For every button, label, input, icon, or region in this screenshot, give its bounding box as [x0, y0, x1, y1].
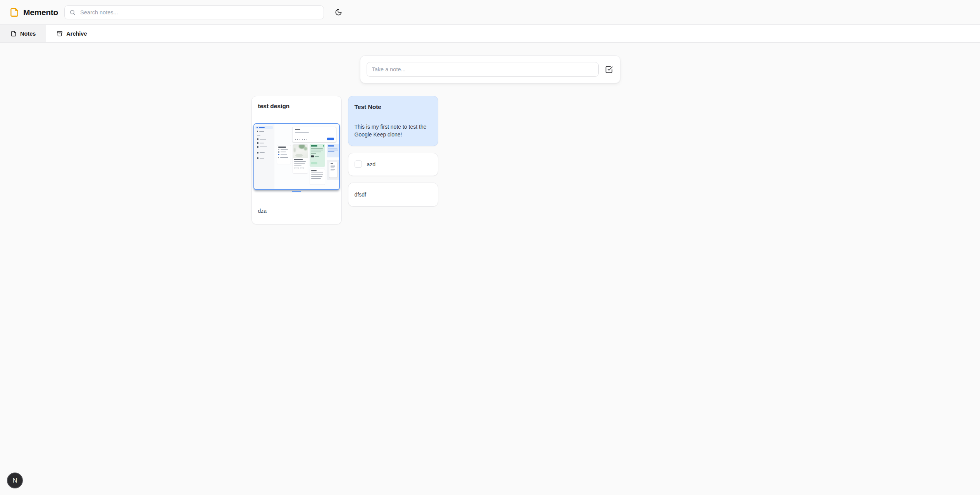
tab-notes[interactable]: Notes	[0, 25, 46, 42]
note-card-dfsdf[interactable]: dfsdf	[348, 183, 438, 207]
checklist-checkbox[interactable]	[355, 160, 362, 168]
composer-section	[0, 55, 980, 83]
sticky-note-icon	[9, 7, 19, 17]
thumbnail-app-window	[253, 123, 340, 190]
grid-column-1: test design	[251, 96, 342, 224]
checklist-item-text: azd	[367, 160, 376, 168]
tab-archive[interactable]: Archive	[46, 25, 97, 42]
note-body: dza	[252, 205, 341, 224]
check-square-icon	[605, 66, 613, 74]
thumb-card-blue	[327, 144, 340, 157]
app-title: Memento	[23, 8, 58, 17]
thumbnail-main-area	[274, 124, 339, 189]
thumb-line	[255, 126, 273, 129]
tab-notes-label: Notes	[20, 31, 36, 37]
note-title: Test Note	[355, 103, 432, 110]
thumb-line	[256, 130, 272, 133]
note-composer[interactable]	[360, 55, 620, 83]
search-input[interactable]	[79, 9, 319, 16]
note-card-azd[interactable]: azd	[348, 153, 438, 176]
theme-toggle-button[interactable]	[332, 6, 345, 19]
archive-icon	[57, 31, 63, 37]
thumb-line	[256, 157, 272, 160]
thumb-card-photo	[293, 144, 308, 174]
thumb-card-gray	[327, 160, 340, 180]
brand: Memento	[9, 7, 58, 17]
note-header: test design	[252, 96, 341, 110]
thumbnail-sidebar	[254, 124, 274, 189]
tab-archive-label: Archive	[66, 31, 87, 37]
note-title: test design	[258, 102, 335, 110]
thumb-button	[327, 138, 334, 140]
thumb-line	[256, 151, 272, 154]
thumb-card-idea	[310, 169, 325, 185]
app-header: Memento	[0, 0, 980, 25]
note-body-text: dfsdf	[355, 191, 366, 198]
avatar-initial: N	[13, 477, 17, 484]
thumb-window-handle	[292, 191, 301, 192]
thumb-line	[256, 145, 272, 148]
note-card-test-design[interactable]: test design	[251, 96, 342, 224]
thumb-line	[256, 141, 272, 145]
thumbnail-composer	[292, 127, 336, 142]
thumb-card-checklist	[277, 145, 291, 164]
file-icon	[10, 31, 17, 37]
note-image	[252, 110, 341, 205]
note-body-text: This is my first note to test the Google…	[355, 123, 432, 139]
note-body-text: dza	[258, 207, 335, 215]
thumb-line	[256, 138, 272, 141]
thumb-card-green	[310, 144, 325, 167]
notes-grid: test design	[251, 96, 729, 224]
grid-column-2: Test Note This is my first note to test …	[348, 96, 438, 207]
thumb-photo	[293, 145, 308, 158]
new-checklist-button[interactable]	[604, 66, 614, 74]
profile-avatar-button[interactable]: N	[7, 473, 23, 488]
moon-icon	[335, 9, 342, 16]
take-a-note-input[interactable]	[367, 62, 599, 77]
view-tabs: Notes Archive	[0, 25, 980, 43]
thumb-line	[256, 135, 272, 137]
note-card-test-note[interactable]: Test Note This is my first note to test …	[348, 96, 438, 146]
search-icon	[69, 9, 76, 16]
search-bar[interactable]	[64, 5, 324, 19]
